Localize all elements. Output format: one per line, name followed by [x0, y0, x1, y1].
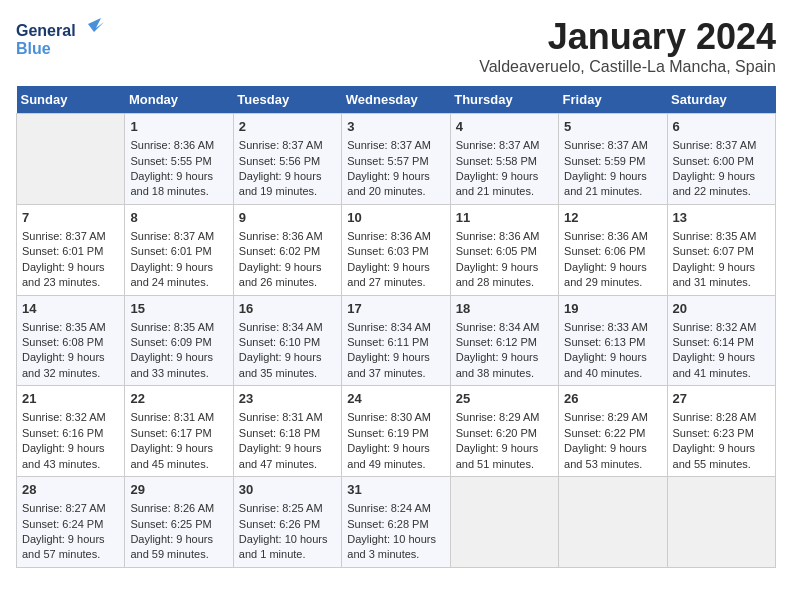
calendar-cell: 24Sunrise: 8:30 AMSunset: 6:19 PMDayligh…: [342, 386, 450, 477]
calendar-cell: 17Sunrise: 8:34 AMSunset: 6:11 PMDayligh…: [342, 295, 450, 386]
day-number: 21: [22, 390, 119, 408]
day-number: 5: [564, 118, 661, 136]
sunset-text: Sunset: 6:01 PM: [22, 244, 119, 259]
calendar-cell: 1Sunrise: 8:36 AMSunset: 5:55 PMDaylight…: [125, 114, 233, 205]
sunset-text: Sunset: 6:18 PM: [239, 426, 336, 441]
sunset-text: Sunset: 6:05 PM: [456, 244, 553, 259]
sunrise-text: Sunrise: 8:36 AM: [347, 229, 444, 244]
daylight-text: Daylight: 9 hours and 51 minutes.: [456, 441, 553, 472]
title-block: January 2024 Valdeaveruelo, Castille-La …: [479, 16, 776, 76]
day-number: 26: [564, 390, 661, 408]
daylight-text: Daylight: 9 hours and 37 minutes.: [347, 350, 444, 381]
weekday-header: Sunday: [17, 86, 125, 114]
sunset-text: Sunset: 6:00 PM: [673, 154, 770, 169]
day-number: 11: [456, 209, 553, 227]
weekday-header: Monday: [125, 86, 233, 114]
calendar-cell: 31Sunrise: 8:24 AMSunset: 6:28 PMDayligh…: [342, 477, 450, 568]
sunset-text: Sunset: 5:57 PM: [347, 154, 444, 169]
sunrise-text: Sunrise: 8:35 AM: [673, 229, 770, 244]
day-number: 7: [22, 209, 119, 227]
daylight-text: Daylight: 9 hours and 24 minutes.: [130, 260, 227, 291]
sunset-text: Sunset: 6:26 PM: [239, 517, 336, 532]
sunrise-text: Sunrise: 8:35 AM: [22, 320, 119, 335]
calendar-cell: 7Sunrise: 8:37 AMSunset: 6:01 PMDaylight…: [17, 204, 125, 295]
daylight-text: Daylight: 9 hours and 18 minutes.: [130, 169, 227, 200]
day-number: 14: [22, 300, 119, 318]
daylight-text: Daylight: 9 hours and 32 minutes.: [22, 350, 119, 381]
sunrise-text: Sunrise: 8:37 AM: [456, 138, 553, 153]
calendar-cell: [559, 477, 667, 568]
day-number: 4: [456, 118, 553, 136]
sunrise-text: Sunrise: 8:32 AM: [22, 410, 119, 425]
day-number: 16: [239, 300, 336, 318]
calendar-cell: 28Sunrise: 8:27 AMSunset: 6:24 PMDayligh…: [17, 477, 125, 568]
weekday-header-row: SundayMondayTuesdayWednesdayThursdayFrid…: [17, 86, 776, 114]
sunset-text: Sunset: 6:01 PM: [130, 244, 227, 259]
calendar-cell: 12Sunrise: 8:36 AMSunset: 6:06 PMDayligh…: [559, 204, 667, 295]
sunset-text: Sunset: 6:11 PM: [347, 335, 444, 350]
day-number: 2: [239, 118, 336, 136]
daylight-text: Daylight: 9 hours and 26 minutes.: [239, 260, 336, 291]
calendar-cell: 23Sunrise: 8:31 AMSunset: 6:18 PMDayligh…: [233, 386, 341, 477]
day-number: 8: [130, 209, 227, 227]
calendar-cell: 15Sunrise: 8:35 AMSunset: 6:09 PMDayligh…: [125, 295, 233, 386]
daylight-text: Daylight: 9 hours and 33 minutes.: [130, 350, 227, 381]
daylight-text: Daylight: 9 hours and 40 minutes.: [564, 350, 661, 381]
calendar-week-row: 21Sunrise: 8:32 AMSunset: 6:16 PMDayligh…: [17, 386, 776, 477]
calendar-cell: 18Sunrise: 8:34 AMSunset: 6:12 PMDayligh…: [450, 295, 558, 386]
daylight-text: Daylight: 9 hours and 45 minutes.: [130, 441, 227, 472]
daylight-text: Daylight: 9 hours and 49 minutes.: [347, 441, 444, 472]
sunrise-text: Sunrise: 8:34 AM: [239, 320, 336, 335]
day-number: 22: [130, 390, 227, 408]
sunrise-text: Sunrise: 8:34 AM: [347, 320, 444, 335]
sunrise-text: Sunrise: 8:35 AM: [130, 320, 227, 335]
calendar-cell: 16Sunrise: 8:34 AMSunset: 6:10 PMDayligh…: [233, 295, 341, 386]
daylight-text: Daylight: 9 hours and 21 minutes.: [456, 169, 553, 200]
weekday-header: Friday: [559, 86, 667, 114]
day-number: 3: [347, 118, 444, 136]
calendar-week-row: 7Sunrise: 8:37 AMSunset: 6:01 PMDaylight…: [17, 204, 776, 295]
daylight-text: Daylight: 9 hours and 29 minutes.: [564, 260, 661, 291]
calendar-cell: 14Sunrise: 8:35 AMSunset: 6:08 PMDayligh…: [17, 295, 125, 386]
sunrise-text: Sunrise: 8:37 AM: [239, 138, 336, 153]
sunrise-text: Sunrise: 8:31 AM: [130, 410, 227, 425]
sunrise-text: Sunrise: 8:37 AM: [130, 229, 227, 244]
daylight-text: Daylight: 9 hours and 28 minutes.: [456, 260, 553, 291]
sunrise-text: Sunrise: 8:37 AM: [347, 138, 444, 153]
logo: General Blue: [16, 16, 106, 61]
calendar-cell: 11Sunrise: 8:36 AMSunset: 6:05 PMDayligh…: [450, 204, 558, 295]
weekday-header: Wednesday: [342, 86, 450, 114]
calendar-week-row: 28Sunrise: 8:27 AMSunset: 6:24 PMDayligh…: [17, 477, 776, 568]
sunset-text: Sunset: 6:22 PM: [564, 426, 661, 441]
day-number: 31: [347, 481, 444, 499]
sunset-text: Sunset: 6:06 PM: [564, 244, 661, 259]
sunrise-text: Sunrise: 8:37 AM: [673, 138, 770, 153]
calendar-cell: 27Sunrise: 8:28 AMSunset: 6:23 PMDayligh…: [667, 386, 775, 477]
day-number: 17: [347, 300, 444, 318]
sunset-text: Sunset: 6:03 PM: [347, 244, 444, 259]
daylight-text: Daylight: 9 hours and 53 minutes.: [564, 441, 661, 472]
calendar-cell: [17, 114, 125, 205]
sunset-text: Sunset: 6:20 PM: [456, 426, 553, 441]
sunrise-text: Sunrise: 8:32 AM: [673, 320, 770, 335]
weekday-header: Thursday: [450, 86, 558, 114]
sunrise-text: Sunrise: 8:29 AM: [456, 410, 553, 425]
calendar-cell: [450, 477, 558, 568]
daylight-text: Daylight: 9 hours and 41 minutes.: [673, 350, 770, 381]
sunset-text: Sunset: 5:56 PM: [239, 154, 336, 169]
svg-text:Blue: Blue: [16, 40, 51, 57]
calendar-cell: 19Sunrise: 8:33 AMSunset: 6:13 PMDayligh…: [559, 295, 667, 386]
daylight-text: Daylight: 9 hours and 47 minutes.: [239, 441, 336, 472]
day-number: 6: [673, 118, 770, 136]
day-number: 30: [239, 481, 336, 499]
day-number: 15: [130, 300, 227, 318]
calendar-cell: 3Sunrise: 8:37 AMSunset: 5:57 PMDaylight…: [342, 114, 450, 205]
daylight-text: Daylight: 9 hours and 27 minutes.: [347, 260, 444, 291]
sunrise-text: Sunrise: 8:24 AM: [347, 501, 444, 516]
calendar-cell: 21Sunrise: 8:32 AMSunset: 6:16 PMDayligh…: [17, 386, 125, 477]
sunrise-text: Sunrise: 8:27 AM: [22, 501, 119, 516]
sunrise-text: Sunrise: 8:30 AM: [347, 410, 444, 425]
sunrise-text: Sunrise: 8:33 AM: [564, 320, 661, 335]
calendar-week-row: 14Sunrise: 8:35 AMSunset: 6:08 PMDayligh…: [17, 295, 776, 386]
daylight-text: Daylight: 10 hours and 1 minute.: [239, 532, 336, 563]
